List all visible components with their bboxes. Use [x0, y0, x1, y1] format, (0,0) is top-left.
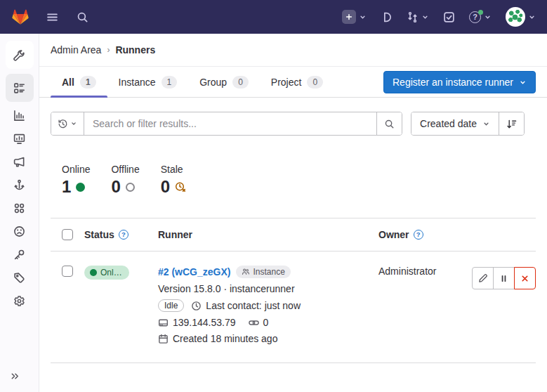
tab-instance[interactable]: Instance 1 — [107, 67, 189, 97]
sidebar-item-monitoring[interactable] — [8, 127, 32, 150]
status-column-header: Status — [84, 229, 114, 240]
stat-online-label: Online — [62, 164, 90, 175]
merge-requests-menu-button[interactable] — [405, 10, 430, 25]
offline-status-icon — [126, 183, 135, 192]
sidebar-item-system-hooks[interactable] — [8, 174, 32, 196]
new-item-menu-button[interactable] — [341, 8, 368, 25]
todos-button[interactable] — [442, 10, 456, 25]
stat-offline-value: 0 — [111, 177, 120, 197]
delete-runner-button[interactable] — [514, 267, 536, 289]
stat-offline: Offline 0 — [111, 164, 139, 197]
breadcrumb-separator-icon: › — [107, 45, 110, 55]
sidebar-item-overview[interactable] — [6, 74, 34, 102]
wrench-icon — [13, 49, 25, 61]
runner-online-badge: Online — [84, 266, 129, 280]
stat-online-value: 1 — [62, 177, 71, 197]
key-icon — [13, 249, 25, 261]
runner-actions — [472, 267, 536, 289]
stale-clock-icon — [175, 181, 186, 192]
issues-button[interactable] — [379, 10, 394, 25]
tab-group-count-badge: 0 — [232, 76, 249, 89]
chevron-down-icon — [421, 13, 429, 21]
sidebar-item-applications[interactable] — [8, 197, 32, 219]
runners-table: Status ? Runner Owner ? Online — [51, 218, 536, 363]
monitor-icon — [13, 133, 25, 145]
table-header-row: Status ? Runner Owner ? — [51, 218, 536, 251]
stat-stale: Stale 0 — [161, 164, 186, 197]
plus-icon — [342, 10, 356, 24]
pause-runner-button[interactable] — [493, 267, 515, 289]
sidebar-item-labels[interactable] — [8, 266, 32, 289]
sort-by-dropdown[interactable]: Created date — [411, 112, 499, 135]
tab-all[interactable]: All 1 — [51, 67, 107, 97]
breadcrumb: Admin Area › Runners — [39, 34, 547, 67]
runner-last-contact: Last contact: just now — [206, 300, 301, 311]
applications-grid-icon — [13, 202, 25, 214]
search-icon — [384, 119, 395, 129]
sidebar-item-settings[interactable] — [8, 289, 32, 312]
runner-job-status-badge: Idle — [158, 299, 184, 312]
sidebar-collapse-button[interactable] — [10, 371, 20, 384]
gear-icon — [13, 295, 25, 307]
stat-stale-label: Stale — [161, 164, 186, 175]
chevron-down-icon — [484, 13, 492, 21]
runner-column-header: Runner — [158, 229, 192, 240]
close-x-icon — [520, 274, 529, 283]
hook-icon — [13, 179, 25, 191]
sidebar-item-abuse-reports[interactable] — [8, 220, 32, 242]
hamburger-icon — [46, 11, 58, 23]
global-search-button[interactable] — [75, 10, 90, 25]
gitlab-logo-icon[interactable] — [11, 8, 29, 25]
user-avatar — [506, 7, 525, 27]
help-menu-button[interactable]: ? — [468, 10, 493, 25]
sort-descending-icon — [506, 119, 517, 129]
runner-created-time: Created 18 minutes ago — [173, 333, 277, 344]
sidebar-item-analytics[interactable] — [8, 104, 32, 126]
breadcrumb-admin-area[interactable]: Admin Area — [51, 44, 101, 55]
tab-all-count-badge: 1 — [80, 76, 96, 89]
runner-type-tabs: All 1 Instance 1 Group 0 Project 0 Regis… — [39, 67, 547, 98]
sidebar-item-admin-overview[interactable] — [6, 41, 34, 69]
edit-runner-button[interactable] — [472, 267, 494, 289]
sort-direction-button[interactable] — [499, 112, 524, 135]
admin-sidebar — [0, 34, 39, 392]
search-history-dropdown[interactable] — [51, 112, 84, 135]
search-input[interactable] — [84, 112, 376, 135]
todo-check-icon — [443, 11, 455, 23]
people-icon — [242, 268, 250, 276]
select-all-checkbox[interactable] — [62, 229, 73, 240]
labels-tag-icon — [13, 272, 25, 284]
tab-group-label: Group — [199, 77, 227, 88]
search-submit-button[interactable] — [376, 112, 402, 135]
tab-project-label: Project — [271, 77, 302, 88]
user-menu-button[interactable] — [504, 6, 537, 28]
runner-detail-link[interactable]: #2 (wCG_zeGX) — [158, 266, 230, 277]
register-instance-runner-button[interactable]: Register an instance runner — [383, 71, 536, 93]
clock-icon — [191, 301, 202, 311]
sidebar-item-messages[interactable] — [8, 150, 32, 173]
sort-control: Created date — [411, 112, 525, 136]
runner-type-badge: Instance — [236, 266, 290, 278]
runner-version-line: Version 15.8.0 · instancerunner — [158, 283, 367, 294]
issues-icon — [381, 11, 393, 23]
tab-project-count-badge: 0 — [307, 76, 323, 89]
notification-dot — [478, 10, 483, 15]
select-runner-checkbox[interactable] — [62, 266, 73, 277]
runner-owner: Administrator — [378, 266, 436, 277]
owner-help-icon[interactable]: ? — [414, 230, 423, 240]
megaphone-icon — [13, 156, 25, 168]
status-help-icon[interactable]: ? — [119, 230, 128, 240]
sidebar-item-deploy-keys[interactable] — [8, 243, 32, 266]
hamburger-menu-button[interactable] — [45, 10, 60, 25]
owner-column-header: Owner — [378, 229, 409, 240]
tab-project[interactable]: Project 0 — [260, 67, 334, 97]
frown-face-icon — [13, 226, 25, 237]
tab-instance-label: Instance — [119, 77, 156, 88]
online-status-icon — [76, 183, 85, 192]
runner-ip-address: 139.144.53.79 — [173, 317, 236, 328]
online-dot-icon — [90, 269, 97, 276]
runner-type-badge-label: Instance — [253, 267, 284, 277]
tab-instance-count-badge: 1 — [162, 76, 178, 89]
double-chevron-right-icon — [10, 371, 20, 381]
tab-group[interactable]: Group 0 — [188, 67, 260, 97]
